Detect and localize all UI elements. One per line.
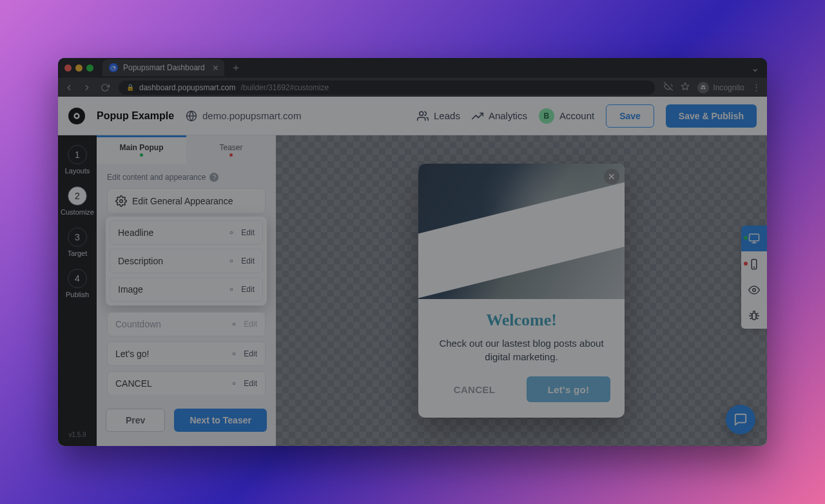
svg-point-11 [231,260,233,262]
eye-off-icon[interactable] [664,82,673,93]
campaign-title: Popup Example [97,110,174,122]
svg-point-3 [704,87,706,89]
site-domain: demo.popupsmart.com [202,110,301,121]
window-controls [64,64,93,72]
svg-point-15 [233,382,236,385]
step-publish[interactable]: 4Publish [66,269,89,298]
svg-rect-22 [752,313,756,320]
incognito-label: Incognito [713,83,744,92]
headline-row[interactable]: Headline Edit [110,220,263,245]
maximize-window[interactable] [86,64,93,72]
step-customize[interactable]: 2Customize [61,186,94,216]
browser-menu-icon[interactable]: ⋮ [752,82,761,92]
url-field[interactable]: 🔒 dashboard.popupsmart.com/builder/31692… [119,81,655,95]
svg-point-10 [231,231,233,234]
url-path: /builder/31692#customize [240,83,329,92]
close-window[interactable] [64,64,72,72]
countdown-row[interactable]: Countdown Edit [107,312,266,336]
bug-icon[interactable] [741,303,767,329]
leads-icon [417,110,429,122]
edit-label: Edit [244,379,257,388]
tab-teaser[interactable]: Teaser [186,135,276,164]
visibility-icon[interactable] [741,277,767,303]
incognito-icon [697,82,709,93]
tab-main-popup[interactable]: Main Popup [97,135,186,164]
analytics-link[interactable]: Analytics [472,110,527,122]
gear-icon [227,257,236,266]
highlighted-rows: Headline Edit Description Edit Image Edi… [106,217,267,305]
general-appearance-label: Edit General Appearance [132,196,233,206]
edit-label: Edit [244,320,257,329]
panel-tabs: Main Popup Teaser [97,135,276,164]
svg-line-25 [750,313,752,315]
general-appearance-row[interactable]: Edit General Appearance [107,188,266,214]
canvas-toolbar [741,226,767,329]
incognito-chip[interactable]: Incognito [697,82,744,93]
close-icon[interactable]: ✕ [604,169,619,184]
gear-icon [229,379,238,388]
step-target[interactable]: 3Target [68,228,88,257]
tab-favicon: ◔ [109,63,118,72]
step-layouts[interactable]: 1Layouts [65,145,90,175]
analytics-label: Analytics [489,110,527,121]
save-publish-button[interactable]: Save & Publish [666,104,757,128]
minimize-window[interactable] [75,64,82,72]
account-link[interactable]: B Account [539,108,594,124]
prev-button[interactable]: Prev [106,409,165,432]
app-logo[interactable] [68,108,85,124]
help-icon[interactable]: ? [209,173,218,182]
edit-label: Edit [241,257,255,266]
step-nav: 1Layouts 2Customize 3Target 4Publish v1.… [58,97,97,446]
gear-icon [227,228,236,237]
back-button[interactable] [64,83,73,92]
gear-icon [115,195,127,207]
chat-fab[interactable] [726,405,755,434]
svg-point-9 [120,200,123,203]
svg-marker-1 [681,82,689,90]
globe-icon [186,110,197,122]
leads-link[interactable]: Leads [417,110,460,122]
forward-button[interactable] [82,83,92,92]
save-button[interactable]: Save [606,104,654,128]
letsgo-row[interactable]: Let's go! Edit [107,342,266,366]
new-tab-button[interactable]: ＋ [231,61,241,75]
tabs-dropdown-icon[interactable]: ⌄ [751,62,759,74]
popup-preview: ✕ Welcome! Check out our lastest blog po… [418,164,625,418]
cancel-row[interactable]: CANCEL Edit [107,371,266,394]
app-header: Popup Example demo.popupsmart.com Leads … [58,97,767,135]
site-selector[interactable]: demo.popupsmart.com [186,110,301,122]
panel-hint: Edit content and appearance? [107,173,266,182]
mobile-preview-icon[interactable] [741,251,767,277]
description-row[interactable]: Description Edit [110,249,263,273]
svg-rect-16 [750,234,759,241]
analytics-icon [472,110,483,122]
editor-panel: Main Popup Teaser Edit content and appea… [97,97,276,446]
desktop-preview-icon[interactable] [741,226,767,251]
tab-title: Popupsmart Dashboard [123,63,205,72]
account-avatar: B [539,108,554,124]
url-domain: dashboard.popupsmart.com [139,83,235,92]
gear-icon [229,349,238,358]
account-label: Account [559,110,594,121]
browser-address-bar: 🔒 dashboard.popupsmart.com/builder/31692… [58,77,767,97]
gear-icon [227,285,236,294]
image-row[interactable]: Image Edit [110,277,263,302]
reload-button[interactable] [101,83,110,92]
svg-line-26 [756,313,758,315]
preview-canvas: ✕ Welcome! Check out our lastest blog po… [276,97,767,446]
edit-label: Edit [241,285,255,294]
svg-point-12 [231,288,233,291]
popup-cta-button[interactable]: Let's go! [527,376,610,402]
leads-label: Leads [434,110,460,121]
svg-point-14 [233,353,236,355]
close-tab-icon[interactable]: ✕ [212,63,219,73]
svg-point-8 [420,111,423,115]
edit-label: Edit [241,228,255,237]
svg-point-5 [75,114,79,117]
svg-point-13 [233,323,236,325]
browser-tab[interactable]: ◔ Popupsmart Dashboard ✕ [102,59,224,76]
next-button[interactable]: Next to Teaser [174,409,267,432]
popup-cancel-button[interactable]: CANCEL [432,376,516,402]
bookmark-star-icon[interactable] [681,82,690,93]
svg-point-21 [753,289,756,292]
